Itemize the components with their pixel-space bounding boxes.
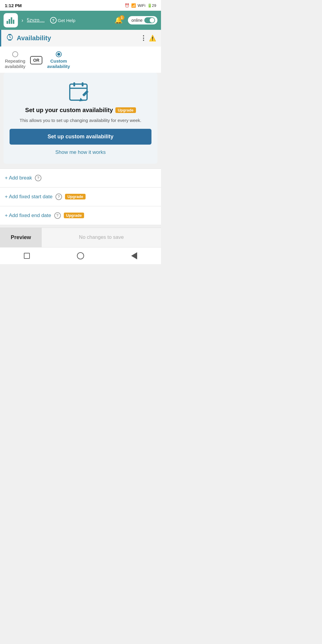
no-changes-button: No changes to save (42, 228, 161, 247)
upgrade-badge-start[interactable]: Upgrade (65, 194, 86, 199)
bottom-bar: Preview No changes to save (0, 227, 161, 247)
battery-icon: 🔋29 (147, 3, 156, 8)
repeating-radio[interactable] (12, 51, 18, 57)
svg-rect-10 (82, 82, 83, 86)
availability-type-row: Repeating availability OR Custom availab… (0, 47, 161, 73)
svg-rect-8 (70, 88, 87, 89)
section-header: Availability ⋮ ⚠️ (0, 30, 161, 47)
back-button[interactable] (23, 252, 31, 260)
custom-avail-label: Custom availability (47, 58, 70, 69)
toggle-switch[interactable] (144, 17, 155, 23)
add-break-label[interactable]: + Add break (5, 175, 32, 181)
custom-avail-heading: Set up your custom availability Upgrade (25, 107, 136, 114)
add-fixed-start-help-icon[interactable]: ? (55, 193, 62, 200)
repeating-option[interactable]: Repeating availability (5, 51, 25, 69)
status-icons: ⏰ 📶 WiFi 🔋29 (125, 3, 156, 8)
home-button[interactable] (76, 252, 85, 260)
wifi-icon: WiFi (138, 3, 145, 8)
upgrade-badge-end[interactable]: Upgrade (64, 213, 84, 218)
preview-button[interactable]: Preview (0, 228, 42, 247)
svg-rect-0 (7, 21, 8, 24)
help-icon: ? (50, 17, 57, 24)
svg-rect-9 (73, 82, 75, 86)
breadcrumb-link[interactable]: 5zvzo.... (27, 18, 45, 23)
help-button[interactable]: ? Get Help (50, 17, 75, 24)
custom-avail-description: This allows you to set up changing avail… (20, 117, 142, 124)
alarm-icon: ⏰ (125, 3, 129, 8)
custom-option[interactable]: Custom availability (47, 51, 70, 69)
online-toggle[interactable]: online (128, 16, 157, 24)
add-break-help-icon[interactable]: ? (35, 175, 41, 181)
add-fixed-start-label[interactable]: + Add fixed start date (5, 194, 52, 200)
svg-rect-1 (9, 19, 10, 24)
svg-rect-11 (82, 90, 89, 96)
add-fixed-end-label[interactable]: + Add fixed end date (5, 213, 51, 219)
breadcrumb-chevron: › (21, 17, 23, 24)
repeating-label: Repeating availability (5, 58, 25, 69)
notification-bell[interactable]: 🔔 1 (114, 16, 123, 24)
app-logo[interactable] (4, 13, 18, 27)
show-how-it-works-button[interactable]: Show me how it works (54, 148, 107, 157)
warning-icon: ⚠️ (149, 35, 156, 42)
signal-icon: 📶 (131, 3, 136, 8)
online-label: online (131, 18, 143, 23)
section-actions: ⋮ ⚠️ (140, 34, 156, 42)
recent-button[interactable] (130, 252, 138, 260)
add-fixed-start-row[interactable]: + Add fixed start date ? Upgrade (0, 188, 161, 206)
nav-bar: › 5zvzo.... ? Get Help 🔔 1 online (0, 11, 161, 30)
add-fixed-end-help-icon[interactable]: ? (54, 212, 61, 219)
notification-badge: 1 (120, 15, 124, 20)
section-title: Availability (17, 34, 140, 42)
add-break-row[interactable]: + Add break ? (0, 169, 161, 188)
more-options-icon[interactable]: ⋮ (140, 34, 147, 42)
help-label: Get Help (58, 18, 75, 23)
triangle-icon (131, 252, 137, 259)
system-nav (0, 247, 161, 264)
status-time: 1:12 PM (5, 3, 22, 8)
or-divider: OR (30, 56, 42, 64)
upgrade-badge-heading[interactable]: Upgrade (115, 107, 136, 113)
status-bar: 1:12 PM ⏰ 📶 WiFi 🔋29 (0, 0, 161, 11)
svg-rect-7 (70, 84, 87, 100)
custom-radio[interactable] (56, 51, 62, 57)
circle-icon (77, 252, 84, 259)
svg-rect-3 (13, 20, 14, 24)
custom-availability-card: Set up your custom availability Upgrade … (4, 73, 157, 164)
add-fixed-end-row[interactable]: + Add fixed end date ? Upgrade (0, 206, 161, 225)
square-icon (24, 253, 30, 259)
calendar-edit-icon (69, 81, 92, 103)
watch-icon (6, 33, 14, 43)
setup-custom-availability-button[interactable]: Set up custom availability (10, 129, 151, 145)
svg-rect-2 (11, 17, 12, 24)
